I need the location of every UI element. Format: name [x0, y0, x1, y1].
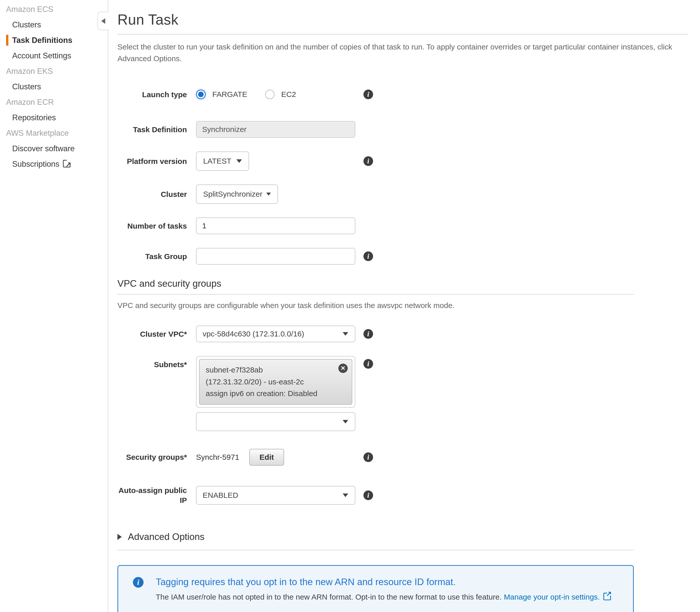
auto-assign-ip-value: ENABLED: [203, 491, 238, 500]
sidebar-item-discover-software[interactable]: Discover software: [0, 141, 108, 156]
number-of-tasks-label: Number of tasks: [117, 221, 196, 231]
sidebar-item-eks-clusters[interactable]: Clusters: [0, 79, 108, 94]
launch-type-row: Launch type FARGATE EC2 i: [117, 88, 700, 100]
title-divider: [117, 34, 688, 34]
cluster-value: SplitSynchronizer: [203, 190, 262, 198]
remove-subnet-icon[interactable]: ✕: [338, 364, 348, 373]
radio-fargate-label: FARGATE: [212, 90, 247, 99]
subnets-row: Subnets* subnet-e7f328ab (172.31.32.0/20…: [117, 356, 700, 431]
vpc-section-title: VPC and security groups: [117, 278, 700, 289]
platform-version-label: Platform version: [117, 156, 196, 166]
platform-version-row: Platform version LATEST i: [117, 152, 700, 171]
advanced-options-toggle[interactable]: Advanced Options: [117, 531, 700, 542]
cluster-vpc-dropdown[interactable]: vpc-58d4c630 (172.31.0.0/16): [196, 325, 355, 342]
task-definition-row: Task Definition: [117, 121, 700, 138]
number-of-tasks-input[interactable]: [196, 218, 355, 234]
main-content: Run Task Select the cluster to run your …: [109, 0, 700, 612]
chevron-left-icon: [101, 18, 105, 24]
link-label: Manage your opt-in settings.: [504, 593, 600, 601]
chevron-down-icon: [343, 332, 348, 336]
vpc-form: Cluster VPC* vpc-58d4c630 (172.31.0.0/16…: [117, 325, 700, 505]
chevron-right-icon: [117, 534, 122, 540]
cluster-dropdown[interactable]: SplitSynchronizer: [196, 184, 278, 204]
info-icon[interactable]: i: [363, 329, 373, 339]
auto-assign-ip-row: Auto-assign public IP ENABLED i: [117, 485, 700, 505]
banner-title: Tagging requires that you opt in to the …: [156, 576, 611, 588]
info-icon[interactable]: i: [363, 251, 373, 261]
sidebar-nav-list: Amazon ECS Clusters Task Definitions Acc…: [0, 1, 108, 172]
run-task-form: Launch type FARGATE EC2 i Task Definitio…: [117, 88, 700, 265]
edit-security-groups-button[interactable]: Edit: [249, 449, 284, 465]
platform-version-value: LATEST: [203, 157, 231, 165]
security-groups-row: Security groups* Synchr-5971 Edit i: [117, 449, 700, 465]
sidebar-item-task-definitions[interactable]: Task Definitions: [0, 32, 108, 48]
sidebar-header-amazon-eks: Amazon EKS: [0, 64, 108, 79]
info-icon[interactable]: i: [363, 490, 373, 500]
chevron-down-icon: [266, 193, 271, 196]
vpc-section-divider: [117, 294, 634, 295]
cluster-vpc-row: Cluster VPC* vpc-58d4c630 (172.31.0.0/16…: [117, 325, 700, 342]
radio-fargate[interactable]: [196, 89, 206, 99]
external-link-icon: [603, 593, 611, 600]
task-group-label: Task Group: [117, 251, 196, 261]
task-group-input[interactable]: [196, 248, 355, 265]
radio-ec2-label: EC2: [281, 90, 296, 99]
task-definition-label: Task Definition: [117, 125, 196, 135]
info-icon[interactable]: i: [363, 359, 373, 369]
cluster-vpc-label: Cluster VPC*: [117, 329, 196, 339]
sidebar-header-aws-marketplace: AWS Marketplace: [0, 125, 108, 141]
page-title: Run Task: [117, 11, 700, 28]
info-icon[interactable]: i: [363, 156, 373, 166]
external-link-icon: [63, 160, 71, 167]
platform-version-dropdown[interactable]: LATEST: [196, 152, 249, 171]
subnet-chip-cidr: (172.31.32.0/20) - us-east-2c: [206, 376, 346, 388]
launch-type-options: FARGATE EC2: [196, 88, 355, 100]
tagging-info-banner: i Tagging requires that you opt in to th…: [117, 565, 634, 612]
chevron-down-icon: [343, 493, 348, 497]
subnets-label: Subnets*: [117, 356, 196, 370]
sidebar-collapse-button[interactable]: [97, 12, 109, 30]
sidebar: Amazon ECS Clusters Task Definitions Acc…: [0, 0, 108, 612]
info-icon: i: [133, 577, 144, 588]
task-definition-input: [196, 121, 355, 138]
sidebar-item-ecs-clusters[interactable]: Clusters: [0, 17, 108, 32]
subnet-chip-ipv6: assign ipv6 on creation: Disabled: [206, 388, 346, 400]
manage-opt-in-settings-link[interactable]: Manage your opt-in settings.: [504, 593, 611, 601]
subnet-chip-id: subnet-e7f328ab: [206, 364, 346, 376]
task-group-row: Task Group i: [117, 248, 700, 265]
advanced-options-divider: [117, 550, 634, 550]
sidebar-item-repositories[interactable]: Repositories: [0, 110, 108, 125]
page-description: Select the cluster to run your task defi…: [117, 41, 688, 64]
vpc-section-description: VPC and security groups are configurable…: [117, 301, 700, 310]
cluster-label: Cluster: [117, 189, 196, 199]
launch-type-label: Launch type: [117, 89, 196, 99]
subnet-chip: subnet-e7f328ab (172.31.32.0/20) - us-ea…: [199, 359, 352, 405]
radio-selected-dot: [198, 92, 204, 97]
banner-message: The IAM user/role has not opted in to th…: [156, 593, 502, 601]
security-groups-label: Security groups*: [117, 452, 196, 462]
sidebar-item-label: Subscriptions: [12, 159, 59, 168]
sidebar-header-amazon-ecr: Amazon ECR: [0, 94, 108, 110]
security-group-value: Synchr-5971: [196, 453, 239, 461]
cluster-row: Cluster SplitSynchronizer: [117, 184, 700, 204]
auto-assign-ip-dropdown[interactable]: ENABLED: [196, 486, 355, 505]
chevron-down-icon: [237, 159, 242, 163]
subnets-multiselect: subnet-e7f328ab (172.31.32.0/20) - us-ea…: [196, 356, 355, 408]
number-of-tasks-row: Number of tasks: [117, 218, 700, 234]
chevron-down-icon: [343, 420, 348, 423]
advanced-options-label: Advanced Options: [128, 531, 204, 542]
info-icon[interactable]: i: [363, 453, 373, 462]
subnets-add-dropdown[interactable]: [196, 412, 355, 431]
sidebar-item-subscriptions[interactable]: Subscriptions: [0, 156, 108, 172]
radio-ec2[interactable]: [265, 89, 275, 99]
auto-assign-ip-label: Auto-assign public IP: [117, 485, 196, 505]
sidebar-header-amazon-ecs: Amazon ECS: [0, 1, 108, 17]
info-icon[interactable]: i: [363, 89, 373, 99]
sidebar-item-account-settings[interactable]: Account Settings: [0, 48, 108, 64]
cluster-vpc-value: vpc-58d4c630 (172.31.0.0/16): [203, 330, 304, 338]
